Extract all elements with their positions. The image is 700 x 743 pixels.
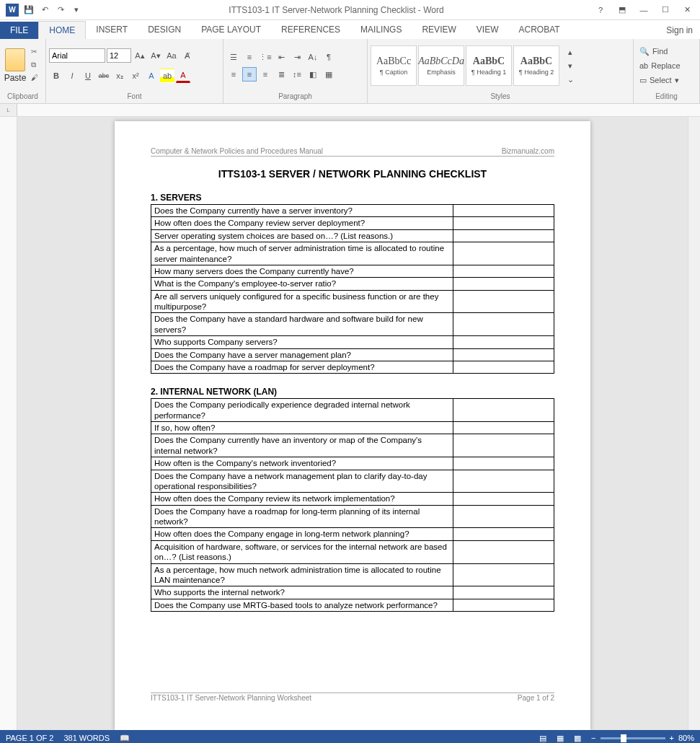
style--heading-1[interactable]: AaBbC¶ Heading 1 [466, 45, 512, 86]
page[interactable]: Computer & Network Policies and Procedur… [115, 121, 590, 730]
cut-icon[interactable]: ✂ [31, 48, 43, 58]
checklist-answer[interactable] [453, 278, 554, 290]
bold-button[interactable]: B [49, 69, 63, 83]
shrink-font-icon[interactable]: A▾ [149, 48, 163, 63]
clear-format-icon[interactable]: A̸ [180, 48, 195, 63]
view-print-icon[interactable]: ▦ [557, 734, 564, 743]
zoom-out-icon[interactable]: − [591, 734, 595, 742]
strikethrough-button[interactable]: abc [97, 69, 111, 83]
ruler-vertical[interactable] [0, 117, 17, 730]
tab-acrobat[interactable]: ACROBAT [508, 21, 570, 39]
underline-button[interactable]: U [81, 69, 95, 83]
replace-button[interactable]: abReplace [639, 59, 681, 72]
zoom-slider[interactable] [601, 737, 665, 739]
styles-scroll-down-icon[interactable]: ▾ [563, 59, 577, 72]
copy-icon[interactable]: ⧉ [31, 61, 43, 71]
font-size-select[interactable] [107, 48, 131, 63]
checklist-answer[interactable] [453, 493, 554, 505]
checklist-answer[interactable] [453, 399, 554, 422]
status-proofing-icon[interactable]: 📖 [120, 734, 130, 743]
checklist-answer[interactable] [453, 361, 554, 373]
checklist-answer[interactable] [453, 528, 554, 540]
styles-scroll-up-icon[interactable]: ▴ [563, 45, 577, 58]
borders-icon[interactable]: ▦ [322, 67, 336, 82]
style--heading-2[interactable]: AaBbC¶ Heading 2 [513, 45, 559, 86]
tab-references[interactable]: REFERENCES [271, 21, 350, 39]
tab-view[interactable]: VIEW [466, 21, 509, 39]
checklist-answer[interactable] [453, 434, 554, 457]
checklist-answer[interactable] [453, 470, 554, 493]
text-effects-icon[interactable]: A [144, 69, 159, 83]
checklist-answer[interactable] [453, 217, 554, 229]
sign-in-link[interactable]: Sign in [659, 22, 700, 39]
zoom-in-icon[interactable]: + [670, 734, 674, 742]
sort-icon[interactable]: A↓ [306, 50, 320, 64]
align-right-icon[interactable]: ≡ [258, 67, 273, 82]
style--caption[interactable]: AaBbCc¶ Caption [371, 45, 417, 86]
checklist-answer[interactable] [453, 205, 554, 217]
multilevel-icon[interactable]: ⋮≡ [258, 50, 273, 64]
view-web-icon[interactable]: ▩ [574, 734, 581, 743]
status-page[interactable]: PAGE 1 OF 2 [6, 734, 53, 742]
styles-gallery[interactable]: AaBbCc¶ CaptionAaBbCcDaEmphasisAaBbC¶ He… [371, 43, 559, 88]
ruler-horizontal[interactable]: L [0, 104, 700, 117]
font-color-icon[interactable]: A [176, 69, 190, 83]
find-button[interactable]: 🔍Find [639, 45, 681, 58]
zoom-value[interactable]: 80% [678, 734, 694, 742]
change-case-icon[interactable]: Aa [164, 48, 179, 63]
maximize-button[interactable]: ☐ [655, 3, 675, 17]
undo-icon[interactable]: ↶ [39, 4, 50, 16]
align-center-icon[interactable]: ≡ [242, 67, 257, 82]
checklist-answer[interactable] [453, 336, 554, 348]
line-spacing-icon[interactable]: ↕≡ [290, 67, 304, 82]
styles-expand-icon[interactable]: ⌄ [563, 73, 577, 86]
checklist-answer[interactable] [453, 348, 554, 361]
tab-page-layout[interactable]: PAGE LAYOUT [191, 21, 271, 39]
increase-indent-icon[interactable]: ⇥ [290, 50, 304, 64]
tab-design[interactable]: DESIGN [138, 21, 191, 39]
tab-review[interactable]: REVIEW [412, 21, 466, 39]
tab-file[interactable]: FILE [0, 22, 38, 39]
status-words[interactable]: 381 WORDS [63, 734, 110, 742]
show-marks-icon[interactable]: ¶ [322, 50, 336, 64]
select-button[interactable]: ▭Select ▾ [639, 74, 681, 87]
save-icon[interactable]: 💾 [23, 4, 35, 16]
help-icon[interactable]: ? [590, 3, 611, 17]
minimize-button[interactable]: — [634, 3, 654, 17]
subscript-button[interactable]: x₂ [112, 69, 127, 83]
checklist-answer[interactable] [453, 242, 554, 265]
checklist-answer[interactable] [453, 313, 554, 336]
scrollbar-vertical[interactable] [688, 117, 700, 730]
paste-button[interactable]: Paste [3, 48, 27, 83]
checklist-answer[interactable] [453, 457, 554, 470]
checklist-answer[interactable] [453, 540, 554, 563]
tab-mailings[interactable]: MAILINGS [350, 21, 412, 39]
checklist-answer[interactable] [453, 599, 554, 611]
font-name-select[interactable] [49, 48, 105, 63]
checklist-answer[interactable] [453, 229, 554, 242]
justify-icon[interactable]: ≣ [274, 67, 288, 82]
align-left-icon[interactable]: ≡ [226, 67, 241, 82]
highlight-icon[interactable]: ab [160, 69, 174, 83]
italic-button[interactable]: I [65, 69, 79, 83]
checklist-answer[interactable] [453, 422, 554, 434]
zoom-control[interactable]: − + 80% [591, 734, 694, 742]
qat-customize-icon[interactable]: ▾ [71, 4, 82, 16]
checklist-answer[interactable] [453, 586, 554, 599]
grow-font-icon[interactable]: A▴ [133, 48, 147, 63]
document-canvas[interactable]: Computer & Network Policies and Procedur… [17, 117, 688, 730]
decrease-indent-icon[interactable]: ⇤ [274, 50, 288, 64]
bullets-icon[interactable]: ☰ [226, 50, 241, 64]
checklist-answer[interactable] [453, 563, 554, 586]
checklist-answer[interactable] [453, 505, 554, 528]
format-painter-icon[interactable]: 🖌 [31, 74, 43, 84]
tab-insert[interactable]: INSERT [86, 21, 138, 39]
close-button[interactable]: ✕ [677, 3, 697, 17]
view-read-icon[interactable]: ▤ [539, 734, 546, 743]
numbering-icon[interactable]: ≡ [242, 50, 257, 64]
checklist-answer[interactable] [453, 290, 554, 313]
style-emphasis[interactable]: AaBbCcDaEmphasis [418, 45, 464, 86]
ribbon-display-icon[interactable]: ⬒ [612, 3, 632, 17]
shading-icon[interactable]: ◧ [306, 67, 320, 82]
redo-icon[interactable]: ↷ [55, 4, 66, 16]
